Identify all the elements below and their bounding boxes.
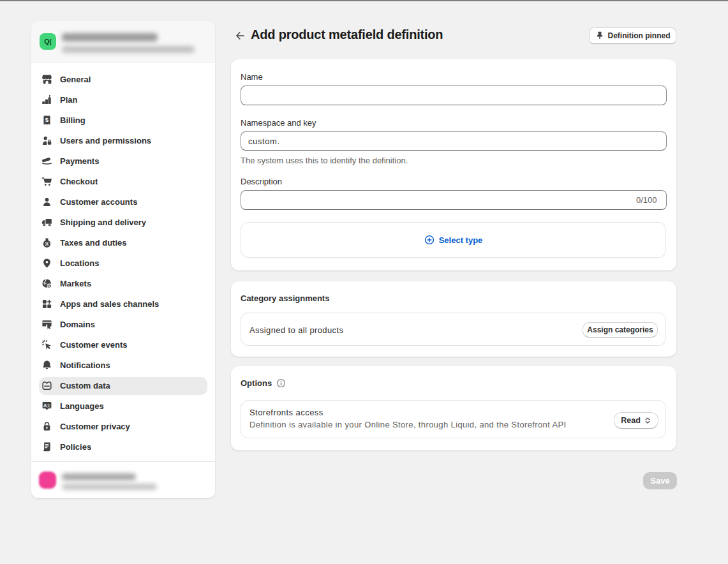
svg-text:文: 文 xyxy=(47,403,50,408)
svg-text:$: $ xyxy=(45,116,49,123)
svg-text:$: $ xyxy=(48,284,50,288)
